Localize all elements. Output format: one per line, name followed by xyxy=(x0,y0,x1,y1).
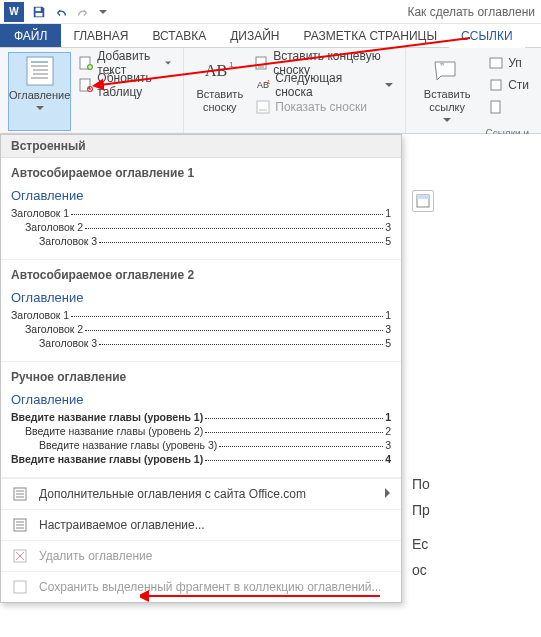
style-button[interactable]: Сти xyxy=(484,74,533,96)
ribbon-tabs: ФАЙЛ ГЛАВНАЯ ВСТАВКА ДИЗАЙН РАЗМЕТКА СТР… xyxy=(0,24,541,48)
add-text-icon xyxy=(79,55,93,71)
toc-auto-1-title: Автособираемое оглавление 1 xyxy=(11,166,391,180)
biblio-icon xyxy=(488,99,504,115)
chevron-right-icon xyxy=(383,487,391,501)
doc-text: ос xyxy=(412,562,541,578)
more-from-office[interactable]: Дополнительные оглавления с сайта Office… xyxy=(1,478,401,509)
show-footnotes-label: Показать сноски xyxy=(275,100,367,114)
qat-dropdown-icon[interactable] xyxy=(98,2,108,22)
update-table-button[interactable]: Обновить таблицу xyxy=(75,74,175,96)
remove-icon xyxy=(11,547,29,565)
toc-dropdown: Встроенный Автособираемое оглавление 1 О… xyxy=(0,134,402,603)
toc-manual[interactable]: Ручное оглавление Оглавление Введите наз… xyxy=(1,362,401,478)
doc-text: По xyxy=(412,476,541,492)
ribbon: Оглавление Добавить текст Обновить табли… xyxy=(0,48,541,134)
toc-button-label: Оглавление xyxy=(9,89,70,102)
show-footnotes-icon xyxy=(255,99,271,115)
chevron-down-icon xyxy=(385,81,393,89)
next-footnote-button[interactable]: AB1 Следующая сноска xyxy=(251,74,397,96)
toc-preview: Оглавление Заголовок 11 Заголовок 23 Заг… xyxy=(11,188,391,247)
tab-design[interactable]: ДИЗАЙН xyxy=(218,24,291,47)
footnote-icon: AB1 xyxy=(204,54,236,86)
toc-manual-title: Ручное оглавление xyxy=(11,370,391,384)
svg-text:AB: AB xyxy=(205,62,227,79)
sources-icon xyxy=(488,55,504,71)
word-app-icon: W xyxy=(4,2,24,22)
svg-rect-2 xyxy=(27,57,53,85)
chevron-down-icon xyxy=(443,116,451,124)
side-panel-icon[interactable] xyxy=(412,190,434,212)
ribbon-group-citations: ” Вставить ссылку Уп Сти Ссылки и xyxy=(406,48,541,133)
next-footnote-icon: AB1 xyxy=(255,77,271,93)
doc-text: Пр xyxy=(412,502,541,518)
toc-preview: Оглавление Заголовок 11 Заголовок 23 Заг… xyxy=(11,290,391,349)
style-icon xyxy=(488,77,504,93)
endnote-icon xyxy=(255,55,269,71)
custom-toc-icon xyxy=(11,516,29,534)
tab-home[interactable]: ГЛАВНАЯ xyxy=(61,24,140,47)
custom-toc[interactable]: Настраиваемое оглавление... xyxy=(1,509,401,540)
remove-toc-label: Удалить оглавление xyxy=(39,549,152,563)
svg-rect-34 xyxy=(14,581,26,593)
save-selection-label: Сохранить выделенный фрагмент в коллекци… xyxy=(39,580,381,594)
style-label: Сти xyxy=(508,78,529,92)
svg-rect-23 xyxy=(491,80,501,90)
save-selection: Сохранить выделенный фрагмент в коллекци… xyxy=(1,571,401,602)
svg-rect-0 xyxy=(36,7,41,11)
dropdown-section-builtin: Встроенный xyxy=(1,135,401,158)
insert-link-button[interactable]: ” Вставить ссылку xyxy=(414,52,480,126)
svg-text:1: 1 xyxy=(229,60,234,69)
tab-references[interactable]: ССЫЛКИ xyxy=(449,24,524,47)
manage-sources-button[interactable]: Уп xyxy=(484,52,533,74)
save-selection-icon xyxy=(11,578,29,596)
svg-text:1: 1 xyxy=(267,79,270,85)
undo-icon[interactable] xyxy=(51,2,71,22)
window-title: Как сделать оглавлени xyxy=(108,5,537,19)
ribbon-group-toc: Оглавление Добавить текст Обновить табли… xyxy=(0,48,184,133)
biblio-button[interactable] xyxy=(484,96,533,118)
insert-footnote-button[interactable]: AB1 Вставить сноску xyxy=(192,52,247,131)
title-bar: W Как сделать оглавлени xyxy=(0,0,541,24)
update-table-label: Обновить таблицу xyxy=(97,71,171,99)
ribbon-group-footnotes: AB1 Вставить сноску Вставить концевую сн… xyxy=(184,48,406,133)
tab-layout[interactable]: РАЗМЕТКА СТРАНИЦЫ xyxy=(292,24,450,47)
svg-point-11 xyxy=(87,86,93,92)
save-icon[interactable] xyxy=(29,2,49,22)
toc-preview: Оглавление Введите название главы (урове… xyxy=(11,392,391,465)
svg-text:”: ” xyxy=(440,61,444,75)
toc-icon xyxy=(24,55,56,87)
chevron-down-icon xyxy=(36,104,44,112)
toc-auto-2[interactable]: Автособираемое оглавление 2 Оглавление З… xyxy=(1,260,401,362)
toc-auto-1[interactable]: Автособираемое оглавление 1 Оглавление З… xyxy=(1,158,401,260)
redo-icon[interactable] xyxy=(73,2,93,22)
insert-link-label: Вставить ссылку xyxy=(414,88,480,114)
document-area: По Пр Ес ос xyxy=(402,134,541,637)
svg-rect-24 xyxy=(491,101,500,113)
tab-insert[interactable]: ВСТАВКА xyxy=(140,24,218,47)
toc-auto-2-title: Автособираемое оглавление 2 xyxy=(11,268,391,282)
update-icon xyxy=(79,77,93,93)
doc-text: Ес xyxy=(412,536,541,552)
custom-toc-label: Настраиваемое оглавление... xyxy=(39,518,205,532)
office-icon xyxy=(11,485,29,503)
svg-rect-22 xyxy=(490,58,502,68)
svg-rect-19 xyxy=(257,101,269,113)
svg-rect-38 xyxy=(417,195,429,199)
svg-rect-1 xyxy=(36,12,43,16)
chevron-down-icon xyxy=(165,59,171,67)
more-from-office-label: Дополнительные оглавления с сайта Office… xyxy=(39,487,306,501)
next-footnote-label: Следующая сноска xyxy=(275,71,382,99)
link-quote-icon: ” xyxy=(431,54,463,86)
tab-file[interactable]: ФАЙЛ xyxy=(0,24,61,47)
show-footnotes-button: Показать сноски xyxy=(251,96,397,118)
manage-sources-label: Уп xyxy=(508,56,522,70)
insert-footnote-label: Вставить сноску xyxy=(192,88,247,114)
toc-button[interactable]: Оглавление xyxy=(8,52,71,131)
remove-toc: Удалить оглавление xyxy=(1,540,401,571)
